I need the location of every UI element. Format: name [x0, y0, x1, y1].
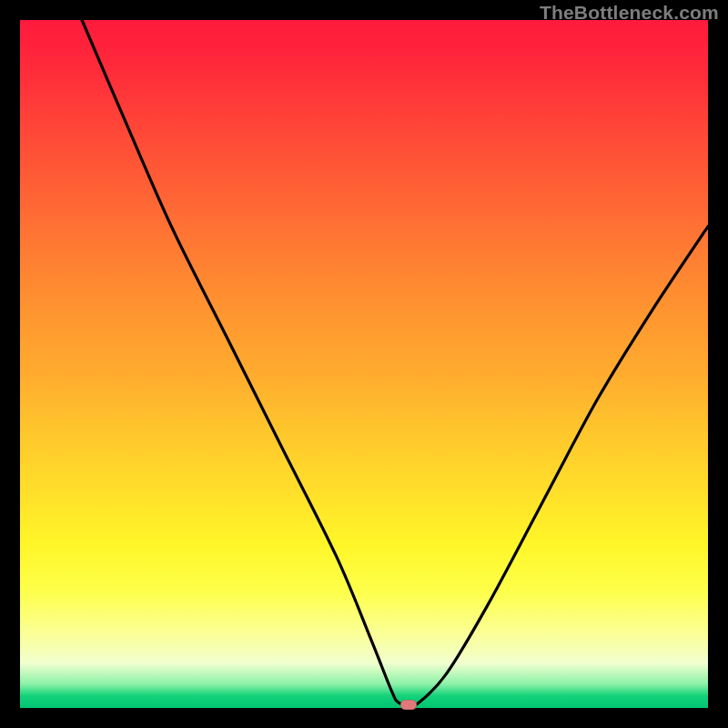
curve-path [82, 20, 708, 705]
optimal-marker [400, 700, 417, 710]
chart-frame: TheBottleneck.com [0, 0, 728, 728]
plot-area [20, 20, 708, 708]
bottleneck-curve [20, 20, 708, 708]
